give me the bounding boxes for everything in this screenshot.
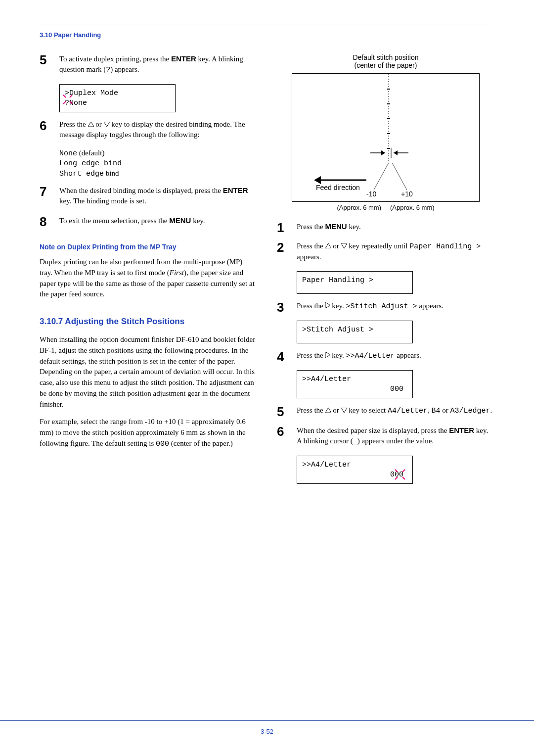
- triangle-right-icon: [325, 302, 330, 308]
- left-column: 5 To activate duplex printing, press the…: [40, 53, 257, 491]
- triangle-up-icon: [325, 243, 331, 248]
- qmark: ?: [106, 66, 110, 74]
- right-column: Default stitch position (center of the p…: [277, 53, 494, 491]
- step-body: To activate duplex printing, press the E…: [59, 53, 257, 77]
- svg-marker-22: [341, 243, 347, 248]
- step-6-right: 6 When the desired paper size is display…: [277, 425, 494, 449]
- step-number: 6: [40, 119, 52, 142]
- step-4-right: 4 Press the key. >>A4/Letter appears.: [277, 350, 494, 363]
- key-menu: MENU: [325, 222, 347, 231]
- svg-marker-25: [325, 408, 331, 413]
- lcd-a4-letter-blink: >>A4/Letter 000: [297, 456, 413, 484]
- triangle-down-icon: [104, 122, 110, 127]
- step-number: 2: [277, 241, 290, 264]
- text: or: [94, 120, 104, 128]
- approx-left: (Approx. 6 mm): [337, 204, 381, 211]
- step-number: 5: [277, 405, 290, 418]
- step-body: To exit the menu selection, press the ME…: [59, 215, 257, 228]
- diagram-box: Feed direction -10 +10: [292, 73, 480, 202]
- svg-marker-18: [314, 176, 321, 184]
- step-number: 1: [277, 221, 290, 234]
- svg-line-29: [395, 477, 398, 479]
- step-body: Press the key. >Stitch Adjust > appears.: [297, 301, 494, 314]
- svg-line-28: [402, 470, 405, 472]
- page-number: 3-52: [261, 728, 273, 735]
- step-body: Press the or key to select A4/Letter, B4…: [297, 405, 494, 418]
- step-2-right: 2 Press the or key repeatedly until Pape…: [277, 241, 494, 264]
- minus10-label: -10: [366, 190, 376, 198]
- step-number: 7: [40, 185, 52, 208]
- step-body: When the desired binding mode is display…: [59, 185, 257, 208]
- svg-rect-10: [387, 133, 390, 134]
- list-long: Long edge bind: [59, 159, 257, 168]
- triangle-up-icon: [88, 122, 94, 127]
- step-number: 3: [277, 301, 290, 314]
- blink-icon: [62, 94, 74, 105]
- svg-line-27: [395, 470, 398, 472]
- svg-marker-15: [394, 150, 398, 155]
- svg-marker-23: [325, 302, 330, 308]
- para-2: For example, select the range from -10 t…: [40, 417, 257, 449]
- svg-rect-7: [387, 89, 390, 90]
- svg-marker-4: [88, 122, 94, 127]
- text: ) appears.: [110, 65, 139, 73]
- note-heading: Note on Duplex Printing from the MP Tray: [40, 243, 257, 251]
- step-body: Press the or key to display the desired …: [59, 119, 257, 142]
- footer: 3-52: [0, 720, 534, 735]
- key-menu: MENU: [169, 216, 191, 225]
- key-enter: ENTER: [223, 186, 248, 194]
- key-enter: ENTER: [449, 426, 474, 434]
- text: To exit the menu selection, press the: [59, 217, 169, 225]
- step-body: Press the or key repeatedly until Paper …: [297, 241, 494, 264]
- text: Press the: [59, 120, 88, 128]
- step-body: Press the MENU key.: [297, 221, 494, 234]
- note-body: Duplex printing can be also performed fr…: [40, 257, 257, 300]
- lcd-stitch-adjust: >Stitch Adjust >: [297, 321, 413, 343]
- svg-line-0: [63, 95, 66, 97]
- columns: 5 To activate duplex printing, press the…: [40, 53, 494, 491]
- section-heading-3107: 3.10.7 Adjusting the Stitch Positions: [40, 317, 257, 327]
- triangle-down-icon: [341, 408, 347, 413]
- svg-rect-8: [387, 103, 390, 104]
- lcd-a4-letter: >>A4/Letter 000: [297, 370, 413, 398]
- step-5-left: 5 To activate duplex printing, press the…: [40, 53, 257, 77]
- header-rule: [40, 25, 494, 25]
- para-1: When installing the option document fini…: [40, 334, 257, 410]
- svg-rect-9: [387, 118, 390, 119]
- text: To activate duplex printing, press the: [59, 55, 171, 63]
- key-enter: ENTER: [171, 54, 196, 63]
- triangle-up-icon: [325, 408, 331, 413]
- step-number: 8: [40, 215, 52, 228]
- text: When the desired binding mode is display…: [59, 187, 223, 194]
- step-8-left: 8 To exit the menu selection, press the …: [40, 215, 257, 228]
- step-7-left: 7 When the desired binding mode is displ…: [40, 185, 257, 208]
- diagram: Default stitch position (center of the p…: [277, 53, 494, 211]
- step-5-right: 5 Press the or key to select A4/Letter, …: [277, 405, 494, 418]
- step-body: Press the key. >>A4/Letter appears.: [297, 350, 494, 363]
- blink-icon: [393, 468, 407, 481]
- svg-rect-11: [387, 148, 390, 149]
- step-number: 6: [277, 425, 290, 449]
- step-number: 5: [40, 53, 52, 77]
- diagram-title-1: Default stitch position: [277, 53, 494, 61]
- svg-marker-13: [381, 150, 385, 155]
- step-3-right: 3 Press the key. >Stitch Adjust > appear…: [277, 301, 494, 314]
- feed-direction-label: Feed direction: [316, 184, 360, 191]
- svg-marker-21: [325, 243, 331, 248]
- step-1-right: 1 Press the MENU key.: [277, 221, 494, 234]
- svg-marker-5: [104, 122, 110, 127]
- svg-line-2: [63, 101, 66, 104]
- svg-line-19: [374, 163, 389, 190]
- lcd-paper-handling: Paper Handling >: [297, 271, 413, 294]
- triangle-down-icon: [341, 243, 347, 248]
- svg-marker-26: [341, 408, 347, 413]
- list-short: Short edge bind: [59, 169, 257, 178]
- svg-marker-24: [325, 352, 330, 358]
- triangle-right-icon: [325, 352, 330, 358]
- text: key. The binding mode is set.: [59, 197, 146, 205]
- svg-line-20: [392, 163, 407, 190]
- section-header: 3.10 Paper Handling: [40, 31, 494, 39]
- step-6-left: 6 Press the or key to display the desire…: [40, 119, 257, 142]
- svg-line-30: [402, 477, 405, 479]
- svg-line-3: [70, 101, 72, 104]
